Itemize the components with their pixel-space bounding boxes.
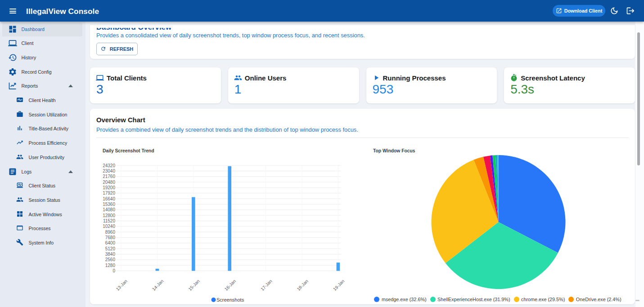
svg-text:14-Jan: 14-Jan <box>151 279 164 292</box>
svg-text:10240: 10240 <box>103 224 115 229</box>
svg-text:13-Jan: 13-Jan <box>115 279 128 292</box>
svg-text:17-Jan: 17-Jan <box>260 279 273 292</box>
svg-text:5120: 5120 <box>105 246 116 251</box>
svg-text:12800: 12800 <box>103 213 115 218</box>
svg-text:8960: 8960 <box>105 230 116 235</box>
svg-text:16640: 16640 <box>103 196 115 201</box>
svg-text:0: 0 <box>113 268 115 273</box>
svg-text:7680: 7680 <box>105 235 116 240</box>
svg-text:19-Jan: 19-Jan <box>332 279 345 292</box>
svg-text:1280: 1280 <box>105 263 116 268</box>
svg-text:21760: 21760 <box>103 174 115 179</box>
svg-text:19200: 19200 <box>103 185 115 190</box>
svg-text:23040: 23040 <box>103 169 115 174</box>
svg-text:20480: 20480 <box>103 180 115 185</box>
svg-text:3840: 3840 <box>105 252 116 257</box>
svg-text:6400: 6400 <box>105 240 116 245</box>
svg-text:16-Jan: 16-Jan <box>224 279 237 292</box>
svg-text:17920: 17920 <box>103 191 115 196</box>
svg-text:14080: 14080 <box>103 207 115 212</box>
svg-text:2560: 2560 <box>105 257 116 262</box>
svg-text:11520: 11520 <box>103 218 116 223</box>
svg-text:24320: 24320 <box>103 163 115 168</box>
svg-text:15360: 15360 <box>103 202 115 207</box>
svg-text:15-Jan: 15-Jan <box>187 279 200 292</box>
svg-text:18-Jan: 18-Jan <box>296 279 309 292</box>
svg-text:Screenshots: Screenshots <box>216 297 244 303</box>
